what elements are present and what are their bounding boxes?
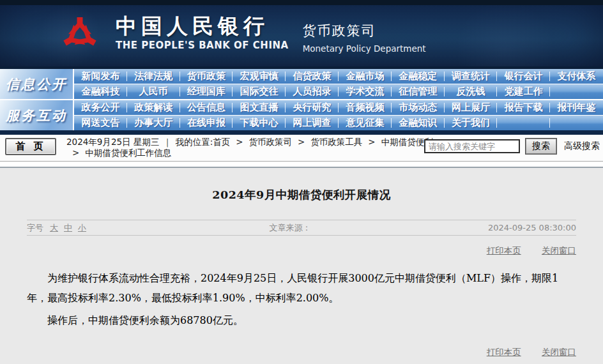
nav-item[interactable]: 报告下载 bbox=[497, 100, 550, 115]
department-name-en: Monetary Policy Department bbox=[303, 43, 426, 54]
nav-item[interactable]: 金融市场 bbox=[339, 69, 392, 84]
close-window-link[interactable]: 关闭窗口 bbox=[542, 245, 576, 255]
page: 中国人民银行 THE PEOPLE'S BANK OF CHINA 货币政策司 … bbox=[0, 0, 603, 364]
nav-item[interactable]: 政务公开 bbox=[74, 100, 127, 115]
nav-item[interactable]: 人民币 bbox=[127, 84, 180, 99]
nav-item[interactable]: 金融科技 bbox=[74, 84, 127, 99]
search-area: 搜索 高级搜索 bbox=[424, 139, 600, 154]
breadcrumb-arrow: > bbox=[298, 137, 305, 147]
font-size-medium[interactable]: 中 bbox=[64, 222, 72, 234]
breadcrumb-item[interactable]: 货币政策工具 bbox=[310, 137, 362, 147]
nav-item[interactable]: 市场动态 bbox=[392, 100, 445, 115]
top-dark-strip bbox=[0, 0, 603, 5]
print-link[interactable]: 打印本页 bbox=[487, 347, 521, 357]
nav-item[interactable]: 人员招录 bbox=[286, 84, 339, 99]
nav-section-info-disclosure: 信息公开 新闻发布法律法规货币政策宏观审慎信贷政策金融市场金融稳定调查统计银行会… bbox=[0, 69, 603, 99]
nav-item[interactable]: 公告信息 bbox=[180, 100, 233, 115]
breadcrumb-arrow: > bbox=[72, 148, 79, 158]
breadcrumb-location: 我的位置:首页 bbox=[176, 137, 231, 147]
breadcrumb-arrow: > bbox=[236, 137, 243, 147]
nav-section-service-interaction: 服务互动 政务公开政策解读公告信息图文直播央行研究音频视频市场动态网上展厅报告下… bbox=[0, 100, 603, 130]
breadcrumb: 2024年9月25日 星期三｜我的位置:首页>货币政策司>货币政策工具>中期借贷… bbox=[66, 137, 437, 158]
nav-item[interactable]: 法律法规 bbox=[127, 69, 180, 84]
breadcrumb-arrow: > bbox=[368, 137, 375, 147]
breadcrumb-item: 中期借贷便利工作信息 bbox=[85, 148, 171, 158]
nav-row: 网送文告办事大厅在线申报下载中心网上调查意见征集金融知识关于我们 bbox=[74, 116, 603, 130]
advanced-search-link[interactable]: 高级搜索 bbox=[564, 140, 600, 152]
page-title: 2024年9月中期借贷便利开展情况 bbox=[27, 187, 576, 202]
close-window-link[interactable]: 关闭窗口 bbox=[542, 347, 576, 357]
breadcrumb-item[interactable]: 货币政策司 bbox=[249, 137, 293, 147]
nav-item-empty bbox=[550, 116, 603, 130]
article-datetime: 2024-09-25 08:30:00 bbox=[488, 223, 576, 232]
nav-item[interactable]: 银行会计 bbox=[497, 69, 550, 84]
article-actions-bottom: 打印本页 关闭窗口 bbox=[27, 347, 576, 358]
nav-item[interactable]: 信贷政策 bbox=[286, 69, 339, 84]
header: 中国人民银行 THE PEOPLE'S BANK OF CHINA 货币政策司 … bbox=[0, 5, 603, 66]
nav-item[interactable]: 在线申报 bbox=[180, 116, 233, 130]
pboc-logo-icon bbox=[61, 14, 99, 55]
article-actions-top: 打印本页 关闭窗口 bbox=[27, 245, 576, 256]
nav-row: 新闻发布法律法规货币政策宏观审慎信贷政策金融市场金融稳定调查统计银行会计支付体系 bbox=[74, 69, 603, 84]
font-size-large[interactable]: 大 bbox=[50, 222, 58, 234]
nav-item[interactable]: 宏观审慎 bbox=[233, 69, 286, 84]
bank-name-cn: 中国人民银行 bbox=[116, 14, 289, 38]
article-source-label: 文章来源： bbox=[92, 222, 488, 234]
nav-item[interactable]: 反洗钱 bbox=[445, 84, 498, 99]
nav-item[interactable]: 新闻发布 bbox=[74, 69, 127, 84]
nav-item[interactable]: 金融稳定 bbox=[392, 69, 445, 84]
bank-title-block: 中国人民银行 THE PEOPLE'S BANK OF CHINA bbox=[116, 14, 289, 51]
nav-item[interactable]: 国际交往 bbox=[233, 84, 286, 99]
nav-item[interactable]: 经理国库 bbox=[180, 84, 233, 99]
nav-item[interactable]: 办事大厅 bbox=[127, 116, 180, 130]
nav-item[interactable]: 意见征集 bbox=[339, 116, 392, 130]
nav-item[interactable]: 党建工作 bbox=[497, 84, 550, 99]
nav-item[interactable]: 金融知识 bbox=[392, 116, 445, 130]
nav-item[interactable]: 报刊年鉴 bbox=[550, 100, 603, 115]
font-size-label: 字号 bbox=[27, 222, 43, 234]
article-paragraph: 操作后，中期借贷便利余额为68780亿元。 bbox=[27, 310, 576, 330]
article-paragraph: 为维护银行体系流动性合理充裕，2024年9月25日，人民银行开展3000亿元中期… bbox=[27, 268, 576, 308]
nav-item[interactable]: 音频视频 bbox=[339, 100, 392, 115]
nav-item[interactable]: 下载中心 bbox=[233, 116, 286, 130]
nav-item[interactable]: 网上调查 bbox=[286, 116, 339, 130]
nav-item[interactable]: 调查统计 bbox=[445, 69, 498, 84]
nav-item[interactable]: 政策解读 bbox=[127, 100, 180, 115]
article-content: 2024年9月中期借贷便利开展情况 字号 大 中 小 文章来源： 2024-09… bbox=[0, 167, 603, 364]
nav-item-empty bbox=[550, 84, 603, 99]
bank-name-en: THE PEOPLE'S BANK OF CHINA bbox=[116, 40, 289, 51]
font-size-controls: 字号 大 中 小 bbox=[27, 222, 92, 234]
nav-section-label-info[interactable]: 信息公开 bbox=[0, 69, 73, 99]
home-button[interactable]: 首 页 bbox=[5, 138, 56, 155]
nav-row: 金融科技人民币经理国库国际交往人员招录学术交流征信管理反洗钱党建工作 bbox=[74, 84, 603, 99]
department-name-cn: 货币政策司 bbox=[303, 22, 426, 40]
article-meta-row: 字号 大 中 小 文章来源： 2024-09-25 08:30:00 bbox=[27, 220, 576, 236]
nav-item[interactable]: 关于我们 bbox=[445, 116, 498, 130]
nav-section-label-service[interactable]: 服务互动 bbox=[0, 100, 73, 130]
nav-item[interactable]: 央行研究 bbox=[286, 100, 339, 115]
department-block: 货币政策司 Monetary Policy Department bbox=[303, 14, 426, 54]
nav-item[interactable]: 货币政策 bbox=[180, 69, 233, 84]
print-link[interactable]: 打印本页 bbox=[487, 245, 521, 255]
breadcrumb-bar: 首 页 2024年9月25日 星期三｜我的位置:首页>货币政策司>货币政策工具>… bbox=[0, 135, 603, 162]
breadcrumb-date: 2024年9月25日 星期三 bbox=[66, 137, 159, 147]
nav-item[interactable]: 支付体系 bbox=[550, 69, 603, 84]
breadcrumb-separator: ｜ bbox=[163, 137, 171, 147]
search-button[interactable]: 搜索 bbox=[526, 139, 556, 154]
font-size-small[interactable]: 小 bbox=[78, 222, 86, 234]
article-body: 为维护银行体系流动性合理充裕，2024年9月25日，人民银行开展3000亿元中期… bbox=[27, 268, 576, 330]
nav-item[interactable]: 网送文告 bbox=[74, 116, 127, 130]
nav-item-empty bbox=[497, 116, 550, 130]
search-input[interactable] bbox=[424, 139, 520, 153]
nav-item[interactable]: 征信管理 bbox=[392, 84, 445, 99]
nav-item[interactable]: 图文直播 bbox=[233, 100, 286, 115]
nav-item[interactable]: 网上展厅 bbox=[445, 100, 498, 115]
nav-item[interactable]: 学术交流 bbox=[339, 84, 392, 99]
nav-row: 政务公开政策解读公告信息图文直播央行研究音频视频市场动态网上展厅报告下载报刊年鉴 bbox=[74, 100, 603, 115]
main-navigation: 信息公开 新闻发布法律法规货币政策宏观审慎信贷政策金融市场金融稳定调查统计银行会… bbox=[0, 66, 603, 135]
